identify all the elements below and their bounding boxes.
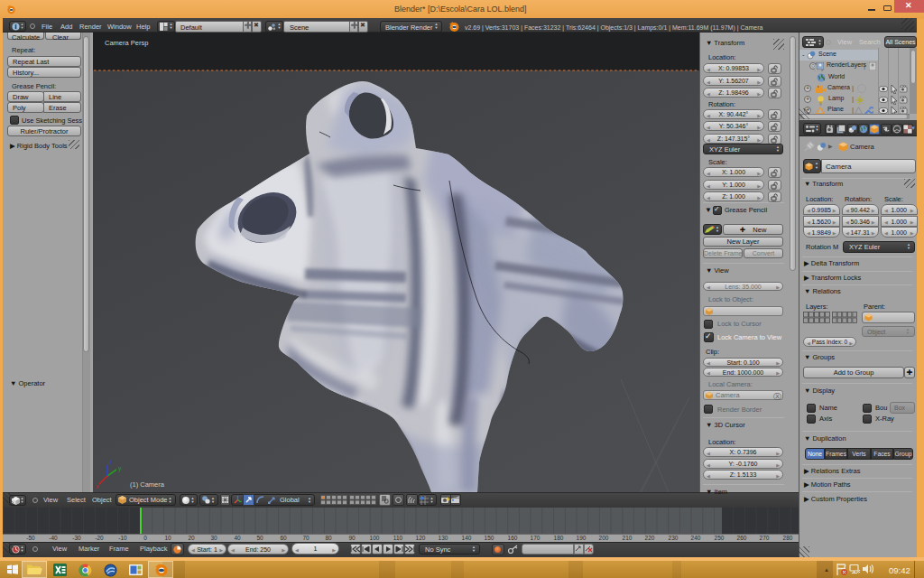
svg-text:z: z (109, 459, 113, 465)
svg-text:x: x (96, 483, 99, 489)
svg-text:y: y (118, 465, 122, 472)
